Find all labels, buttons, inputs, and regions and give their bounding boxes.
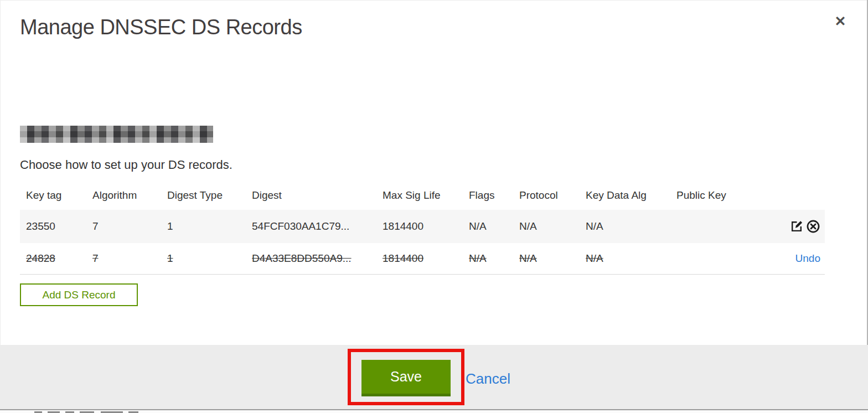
cell-digest: D4A33E8DD550A9...	[246, 243, 376, 275]
col-public-key: Public Key	[670, 183, 776, 210]
cell-max-sig-life: 1814400	[376, 210, 463, 243]
add-ds-record-button[interactable]: Add DS Record	[20, 283, 138, 306]
cell-key-tag: 23550	[20, 210, 86, 243]
cell-algorithm: 7	[86, 210, 161, 243]
dnssec-dialog: Manage DNSSEC DS Records ✕ Choose how to…	[0, 0, 868, 413]
col-max-sig-life: Max Sig Life	[376, 183, 463, 210]
cell-algorithm: 7	[86, 243, 161, 275]
col-key-tag: Key tag	[20, 183, 86, 210]
cell-max-sig-life: 1814400	[376, 243, 463, 275]
cell-key-data-alg: N/A	[580, 243, 670, 275]
col-algorithm: Algorithm	[86, 183, 161, 210]
cell-key-tag: 24828	[20, 243, 86, 275]
redacted-domain-name	[20, 126, 213, 143]
col-actions	[776, 183, 825, 210]
cell-protocol: N/A	[513, 210, 580, 243]
save-button[interactable]: Save	[361, 360, 451, 396]
cell-flags: N/A	[463, 243, 513, 275]
edit-record-icon[interactable]	[790, 219, 804, 234]
table-row-deleted: 24828 7 1 D4A33E8DD550A9... 1814400 N/A …	[20, 243, 825, 275]
table-row: 23550 7 1 54FCF030AA1C79... 1814400 N/A …	[20, 210, 825, 243]
ds-records-table: Key tag Algorithm Digest Type Digest Max…	[20, 183, 825, 275]
cell-digest-type: 1	[161, 210, 246, 243]
cell-public-key	[670, 243, 776, 275]
cell-protocol: N/A	[513, 243, 580, 275]
intro-text: Choose how to set up your DS records.	[20, 158, 232, 172]
col-protocol: Protocol	[513, 183, 580, 210]
page-title: Manage DNSSEC DS Records	[20, 16, 302, 39]
col-flags: Flags	[463, 183, 513, 210]
cell-flags: N/A	[463, 210, 513, 243]
col-digest-type: Digest Type	[161, 183, 246, 210]
x-in-circle-icon	[806, 219, 820, 234]
cancel-link[interactable]: Cancel	[466, 369, 510, 388]
close-icon[interactable]: ✕	[830, 11, 850, 31]
col-digest: Digest	[246, 183, 376, 210]
cell-digest: 54FCF030AA1C79...	[246, 210, 376, 243]
table-header-row: Key tag Algorithm Digest Type Digest Max…	[20, 183, 825, 210]
edit-pencil-square-icon	[790, 219, 804, 233]
cell-key-data-alg: N/A	[580, 210, 670, 243]
delete-record-icon[interactable]	[806, 219, 820, 234]
cell-public-key	[670, 210, 776, 243]
col-key-data-alg: Key Data Alg	[580, 183, 670, 210]
undo-link[interactable]: Undo	[795, 252, 820, 264]
cell-digest-type: 1	[161, 243, 246, 275]
